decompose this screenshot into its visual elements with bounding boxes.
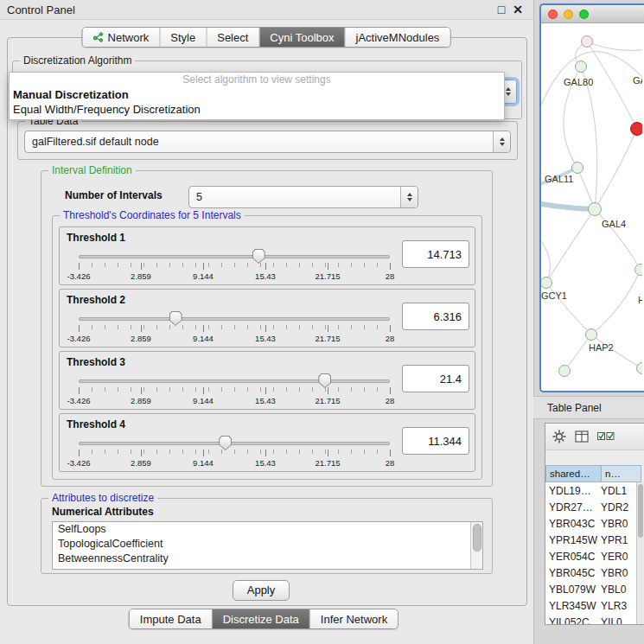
- list-item[interactable]: TopologicalCoefficient: [53, 537, 482, 552]
- tab-label: Style: [170, 31, 195, 44]
- list-item[interactable]: BetweennessCentrality: [53, 552, 482, 566]
- column-header-name[interactable]: n…: [602, 465, 641, 482]
- cell: YBR0: [599, 567, 637, 579]
- tab-label: Infer Network: [321, 613, 387, 626]
- table-header-row: shared… n…: [545, 465, 641, 482]
- number-of-intervals-combobox[interactable]: 5: [188, 186, 418, 208]
- minimize-icon[interactable]: □: [498, 3, 505, 16]
- table-row[interactable]: YER054CYER0: [545, 548, 637, 564]
- threshold-value-field[interactable]: 11.344: [402, 427, 469, 455]
- network-node[interactable]: [581, 35, 593, 48]
- combobox-value: 5: [189, 191, 418, 203]
- slider-thumb[interactable]: [252, 249, 265, 264]
- slider-track[interactable]: [79, 442, 390, 445]
- slider-track[interactable]: [79, 379, 390, 383]
- apply-button[interactable]: Apply: [233, 580, 290, 601]
- threshold-slider[interactable]: -3.426 2.859 9.144 15.43 21.715 28: [79, 373, 390, 405]
- group-title: Attributes to discretize: [48, 492, 157, 504]
- stepper-arrows-icon[interactable]: [493, 131, 510, 152]
- gear-icon[interactable]: [552, 430, 566, 443]
- list-item[interactable]: SelfLoops: [53, 522, 482, 537]
- table-row[interactable]: YDR27…YDR2: [545, 499, 637, 515]
- tick-label: 15.43: [255, 271, 276, 281]
- tab-cyni-toolbox[interactable]: Cyni Toolbox: [259, 28, 345, 47]
- tick-label: 28: [386, 334, 395, 343]
- table-toolbar: [545, 424, 644, 450]
- column-header-shared-name[interactable]: shared…: [545, 465, 602, 482]
- threshold-slider[interactable]: -3.426 2.859 9.144 15.43 21.715 28: [79, 248, 390, 281]
- threshold-slider[interactable]: -3.426 2.859 9.144 15.43 21.715 28: [79, 435, 390, 468]
- table-row[interactable]: YDL19…YDL1: [545, 482, 637, 499]
- tick-label: 21.715: [315, 396, 340, 405]
- desktop: Control Panel □ ✕ Network: [0, 0, 644, 644]
- tick-label: 15.43: [255, 458, 276, 468]
- slider-thumb[interactable]: [318, 373, 331, 388]
- tick-label: -3.426: [67, 271, 91, 281]
- tick-label: 9.144: [193, 396, 214, 405]
- network-node[interactable]: [558, 365, 571, 377]
- scrollbar-thumb[interactable]: [638, 484, 643, 538]
- network-node-hap2[interactable]: [585, 328, 597, 341]
- slider-track[interactable]: [79, 255, 390, 258]
- cell: YBR045C: [545, 567, 599, 579]
- network-node[interactable]: [634, 264, 642, 276]
- slider-thumb[interactable]: [169, 311, 182, 326]
- table-row[interactable]: YIL052CYIL0: [545, 614, 637, 625]
- network-node-gal4[interactable]: [588, 202, 602, 216]
- threshold-value-field[interactable]: 6.316: [402, 303, 469, 330]
- scrollbar-thumb[interactable]: [473, 524, 481, 552]
- tick-label: -3.426: [67, 458, 91, 468]
- tick-label: 9.144: [193, 458, 214, 468]
- threshold-value-field[interactable]: 14.713: [402, 240, 469, 268]
- tab-impute-data[interactable]: Impute Data: [130, 609, 213, 628]
- threshold-value-field[interactable]: 21.4: [402, 365, 469, 392]
- slider-major-ticks: [79, 263, 391, 270]
- table-row[interactable]: YBR045CYBR0: [545, 564, 637, 581]
- combobox-value: galFiltered.sif default node: [25, 136, 510, 148]
- slider-major-ticks: [79, 450, 391, 456]
- cyni-mode-tabs: Impute Data Discretize Data Infer Networ…: [129, 609, 399, 629]
- tab-jactivemnodules[interactable]: jActiveMNodules: [346, 28, 450, 47]
- tick-label: 2.859: [131, 271, 151, 281]
- tab-infer-network[interactable]: Infer Network: [310, 609, 398, 628]
- close-icon[interactable]: ✕: [513, 3, 523, 16]
- table-row[interactable]: YPR145WYPR1: [545, 532, 637, 548]
- tab-discretize-data[interactable]: Discretize Data: [213, 609, 310, 628]
- network-node-gal11[interactable]: [571, 162, 583, 174]
- network-canvas[interactable]: GAL80 GA GAL11 GAL4 GCY1 H HAP2: [541, 23, 642, 392]
- table-data-combobox[interactable]: galFiltered.sif default node: [24, 131, 511, 153]
- popup-item-manual-discretization[interactable]: Manual Discretization: [10, 87, 504, 102]
- cell: YDL1: [599, 485, 637, 497]
- stepper-arrows-icon[interactable]: [400, 187, 418, 207]
- tab-select[interactable]: Select: [207, 28, 259, 47]
- tick-label: 2.859: [131, 396, 151, 405]
- attributes-group: Attributes to discretize Numerical Attri…: [41, 498, 493, 574]
- control-panel-titlebar: Control Panel □ ✕: [0, 0, 533, 20]
- cell: YIL052C: [545, 616, 599, 626]
- threshold-panel-3: Threshold 3 -3.426 2.859 9.144 15.43 21.…: [59, 351, 475, 410]
- close-traffic-light[interactable]: [548, 10, 558, 19]
- cell: YER0: [599, 551, 637, 563]
- table-scrollbar[interactable]: [636, 482, 644, 624]
- select-columns-icon[interactable]: [597, 431, 615, 442]
- slider-major-ticks: [79, 387, 391, 394]
- list-scrollbar[interactable]: [470, 522, 482, 569]
- tab-style[interactable]: Style: [160, 28, 207, 47]
- network-node[interactable]: [636, 362, 642, 374]
- slider-track[interactable]: [79, 317, 390, 321]
- tab-network[interactable]: Network: [83, 28, 161, 47]
- zoom-traffic-light[interactable]: [579, 10, 589, 19]
- tick-label: 9.144: [193, 271, 214, 281]
- popup-item-equal-width[interactable]: Equal Width/Frequency Discretization: [10, 102, 504, 117]
- minimize-traffic-light[interactable]: [564, 10, 573, 19]
- slider-major-ticks: [79, 325, 391, 332]
- columns-icon[interactable]: [575, 430, 589, 443]
- table-row[interactable]: YBL079WYBL0: [545, 581, 637, 597]
- network-node-selected[interactable]: [630, 122, 642, 136]
- threshold-slider[interactable]: -3.426 2.859 9.144 15.43 21.715 28: [79, 310, 390, 343]
- table-row[interactable]: YLR345WYLR3: [545, 597, 637, 614]
- network-node-gal80[interactable]: [575, 61, 587, 73]
- table-row[interactable]: YBR043CYBR0: [545, 515, 637, 532]
- cell: YPR1: [599, 534, 637, 546]
- slider-thumb[interactable]: [219, 436, 232, 450]
